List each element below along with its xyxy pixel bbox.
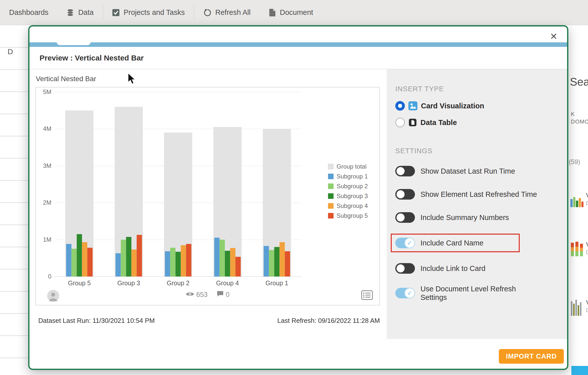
radio-selected-icon[interactable] [395,101,405,111]
bar-subgroup-4 [280,242,285,276]
settings-toggles: Show Dataset Last Run TimeShow Element L… [395,164,560,302]
chart-card: Group totalSubgroup 1Subgroup 2Subgroup … [35,87,380,305]
background-sheet-rows [0,25,28,375]
legend-swatch [328,193,334,199]
app-toolbar: Dashboards Data Projects and Tasks Refre… [0,0,588,25]
insert-type-heading: INSERT TYPE [395,85,560,93]
toolbar-item-document[interactable]: Document [260,0,322,25]
mini-bar-chart-icon [570,192,584,209]
bar-subgroup-2 [269,250,274,276]
last-refresh: Last Refresh: 09/16/2022 11:28 AM [277,317,380,325]
modal-title: Preview : Vertical Nested Bar [40,54,144,62]
toggle-off[interactable] [395,263,415,274]
setting-row: Include Summary Numbers [395,210,560,225]
toolbar-item-refresh-all[interactable]: Refresh All [194,0,260,25]
database-icon [67,9,74,16]
comments-stat: 0 [217,291,230,299]
legend-label: Subgroup 1 [337,173,368,180]
bar-subgroup-3 [225,251,230,276]
views-count: 653 [196,291,208,299]
background-count-fragment: (59) [569,158,580,166]
setting-label: Use Document Level Refresh Settings [420,285,539,302]
close-icon[interactable]: ✕ [550,32,558,41]
bar-subgroup-5 [186,244,191,276]
card-thumbnail: VD [570,241,588,258]
toggle-on[interactable]: ✓ [395,238,415,248]
legend-item: Subgroup 1 [328,173,368,180]
import-card-button[interactable]: IMPORT CARD [499,349,564,364]
thumb-subtitle-fragment: D [586,307,588,313]
toggle-off[interactable] [395,166,415,176]
bar-subgroup-5 [137,235,142,276]
toolbar-item-data[interactable]: Data [57,0,103,25]
background-column-header: D [8,47,13,56]
preview-modal: ✕ Preview : Vertical Nested Bar Vertical… [28,25,568,370]
radio-unselected-icon[interactable] [395,118,405,127]
data-table-icon [408,118,417,127]
legend-item: Subgroup 4 [328,202,368,209]
bar-subgroup-4 [230,248,236,276]
thumb-subtitle-fragment: D [586,200,588,206]
comments-count: 0 [226,291,230,299]
background-text-fragment: DOMO [571,118,588,125]
dataset-last-run: Dataset Last Run: 11/30/2021 10:54 PM [38,317,155,325]
toggle-knob [397,167,405,175]
background-blue-bar-fragment [571,366,588,375]
y-axis-label: 3M [36,162,51,169]
modal-accent-pill [57,39,91,45]
y-axis-label: 2M [36,199,51,206]
eye-icon [186,291,194,299]
card-stats: 653 0 [36,291,379,299]
legend-swatch [328,183,334,189]
bar-subgroup-4 [132,249,137,276]
legend-swatch [328,213,334,218]
bar-subgroup-5 [285,251,290,276]
insert-type-option-data-table[interactable]: Data Table [395,116,560,129]
toolbar-item-projects-and-tasks[interactable]: Projects and Tasks [103,0,194,25]
checkbox-icon [112,9,120,16]
legend-swatch [328,203,334,209]
legend-item: Subgroup 2 [328,183,368,190]
bar-subgroup-1 [116,253,121,276]
setting-row-highlighted: ✓Include Card Name [391,234,520,252]
toggle-off[interactable] [395,189,415,200]
bar-subgroup-4 [181,245,186,276]
setting-row: ✓Use Document Level Refresh Settings [395,285,560,302]
card-thumbnail: VD [570,192,588,209]
bar-subgroup-3 [176,252,181,276]
legend-label: Group total [337,163,367,170]
settings-panel: INSERT TYPE Card Visualization Data Tabl… [387,69,567,339]
toolbar-item-dashboards[interactable]: Dashboards [8,0,57,25]
setting-label: Include Summary Numbers [420,213,539,222]
toggle-off[interactable] [395,212,415,223]
setting-label: Show Dataset Last Run Time [420,167,539,175]
legend-label: Subgroup 2 [337,183,368,190]
y-axis-label: 1M [36,236,51,243]
card-thumbnail: VD [570,299,588,317]
thumb-title-fragment: V [586,241,588,248]
y-axis-label: 5M [36,88,51,96]
comment-icon [217,291,224,299]
bar-subgroup-5 [87,248,93,276]
toggle-knob [397,213,405,222]
bar-subgroup-2 [72,249,77,276]
legend-item: Subgroup 3 [328,193,368,200]
bar-subgroup-5 [236,257,241,276]
modal-header: Preview : Vertical Nested Bar [29,47,567,69]
bar-subgroup-1 [264,246,269,277]
card-details-list-icon[interactable] [361,290,373,301]
refresh-meta-row: Dataset Last Run: 11/30/2021 10:54 PM La… [38,317,380,325]
bar-cluster [264,242,290,276]
bar-cluster [66,234,93,276]
mini-column-chart-icon [570,299,584,317]
bar-subgroup-3 [126,237,132,276]
bar-group [153,92,203,276]
background-text-fragment: K [571,111,575,117]
toggle-on[interactable]: ✓ [395,288,415,298]
settings-heading: SETTINGS [395,147,560,155]
bar-cluster [214,238,241,276]
setting-row: Show Dataset Last Run Time [395,164,560,178]
card-visualization-icon [408,101,417,110]
insert-type-option-card-visualization[interactable]: Card Visualization [395,100,560,112]
refresh-icon [203,9,211,17]
